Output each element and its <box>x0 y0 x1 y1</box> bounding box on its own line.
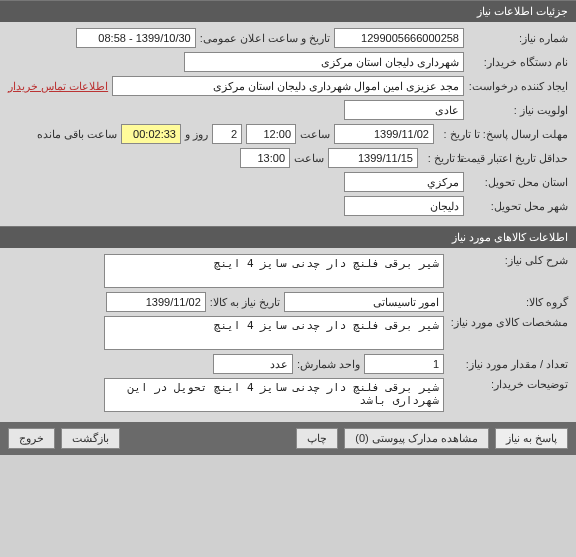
buyer-notes-label: توضیحات خریدار: <box>448 378 568 391</box>
deadline-time-label: ساعت <box>300 128 330 141</box>
footer-bar: پاسخ به نیاز مشاهده مدارک پیوستی (0) چاپ… <box>0 422 576 455</box>
back-button[interactable]: بازگشت <box>61 428 120 449</box>
deadline-label: مهلت ارسال پاسخ: تا تاریخ : <box>438 128 568 141</box>
remaining-label: ساعت باقی مانده <box>37 128 117 141</box>
desc-label: شرح کلی نیاز: <box>448 254 568 267</box>
remaining-time-field: 00:02:33 <box>121 124 181 144</box>
unit-field: عدد <box>213 354 293 374</box>
buyer-notes-field[interactable] <box>104 378 444 412</box>
need-number-label: شماره نیاز: <box>468 32 568 45</box>
goods-info-header: اطلاعات کالاهای مورد نیاز <box>0 226 576 248</box>
price-validity-sub: تا تاریخ : <box>422 152 464 165</box>
city-field: دلیجان <box>344 196 464 216</box>
reply-button[interactable]: پاسخ به نیاز <box>495 428 568 449</box>
creator-label: ایجاد کننده درخواست: <box>468 80 568 93</box>
qty-label: تعداد / مقدار مورد نیاز: <box>448 358 568 371</box>
unit-label: واحد شمارش: <box>297 358 360 371</box>
spec-field[interactable] <box>104 316 444 350</box>
buyer-org-label: نام دستگاه خریدار: <box>468 56 568 69</box>
deadline-date-field: 1399/11/02 <box>334 124 434 144</box>
public-datetime-label: تاریخ و ساعت اعلان عمومی: <box>200 32 330 45</box>
desc-field[interactable] <box>104 254 444 288</box>
print-button[interactable]: چاپ <box>296 428 338 449</box>
city-label: شهر محل تحویل: <box>468 200 568 213</box>
price-validity-date-field: 1399/11/15 <box>328 148 418 168</box>
priority-label: اولویت نیاز : <box>468 104 568 117</box>
public-datetime-field: 1399/10/30 - 08:58 <box>76 28 196 48</box>
need-date-field: 1399/11/02 <box>106 292 206 312</box>
deadline-time-field: 12:00 <box>246 124 296 144</box>
group-label: گروه کالا: <box>448 296 568 309</box>
price-validity-label: حداقل تاریخ اعتبار قیمت: <box>468 152 568 165</box>
need-info-body: شماره نیاز: 1299005666000258 تاریخ و ساع… <box>0 22 576 226</box>
section1-title: جزئیات اطلاعات نیاز <box>477 5 568 17</box>
need-date-label: تاریخ نیاز به کالا: <box>210 296 280 309</box>
province-label: استان محل تحویل: <box>468 176 568 189</box>
price-validity-time-field: 13:00 <box>240 148 290 168</box>
exit-button[interactable]: خروج <box>8 428 55 449</box>
group-field: امور تاسیساتی <box>284 292 444 312</box>
priority-field: عادی <box>344 100 464 120</box>
creator-field: مجد عزیزی امین اموال شهرداری دلیجان استا… <box>112 76 464 96</box>
attachments-button[interactable]: مشاهده مدارک پیوستی (0) <box>344 428 489 449</box>
qty-field[interactable]: 1 <box>364 354 444 374</box>
section2-title: اطلاعات کالاهای مورد نیاز <box>452 231 568 243</box>
price-validity-time-label: ساعت <box>294 152 324 165</box>
buyer-org-field: شهرداری دلیجان استان مرکزی <box>184 52 464 72</box>
days-label: روز و <box>185 128 208 141</box>
spec-label: مشخصات کالای مورد نیاز: <box>448 316 568 329</box>
goods-info-body: شرح کلی نیاز: گروه کالا: امور تاسیساتی ت… <box>0 248 576 422</box>
need-number-field: 1299005666000258 <box>334 28 464 48</box>
province-field: مركزي <box>344 172 464 192</box>
days-field: 2 <box>212 124 242 144</box>
contact-buyer-link[interactable]: اطلاعات تماس خریدار <box>8 80 108 93</box>
need-info-header: جزئیات اطلاعات نیاز <box>0 0 576 22</box>
